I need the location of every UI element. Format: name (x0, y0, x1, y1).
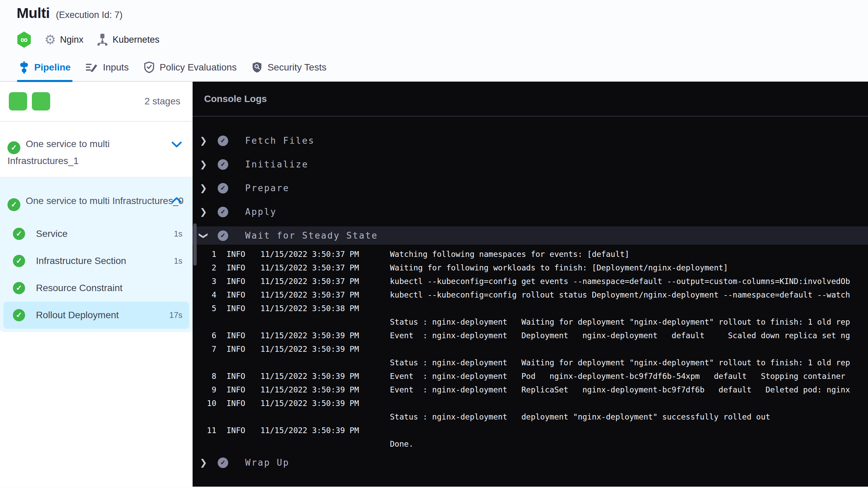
success-check-icon: ✓ (218, 458, 228, 468)
success-check-icon: ✓ (218, 207, 228, 217)
console-step-name: Apply (245, 207, 277, 217)
log-line: Done. (193, 437, 868, 451)
log-message: kubectl --kubeconfig=config get events -… (390, 274, 868, 288)
console-step[interactable]: ❯ ✓ Wrap Up (193, 451, 868, 474)
chevron-down-icon[interactable]: ❯ (198, 231, 209, 240)
chevron-right-icon[interactable]: ❯ (199, 183, 208, 194)
log-level: INFO (216, 288, 260, 302)
success-check-icon: ✓ (218, 159, 228, 170)
log-line-number (193, 356, 216, 369)
success-check-icon: ✓ (7, 141, 20, 154)
console-step[interactable]: ❯ ✓ Prepare (193, 176, 868, 200)
services-row: ∞ ⚙ Nginx Kubernetes (17, 31, 868, 48)
console-logs-title: Console Logs (193, 82, 868, 117)
log-timestamp (260, 410, 390, 424)
chevron-up-icon[interactable] (171, 196, 182, 204)
log-line-number: 11 (193, 424, 216, 437)
tab-policy-evaluations[interactable]: Policy Evaluations (144, 54, 237, 81)
shield-search-icon (252, 61, 262, 74)
log-line: 1 INFO 11/15/2022 3:50:37 PM Watching fo… (193, 247, 868, 261)
log-message (390, 302, 868, 315)
log-line-number (193, 410, 216, 424)
stage-status-square[interactable] (32, 92, 50, 110)
chevron-down-icon[interactable] (171, 141, 182, 148)
log-timestamp: 11/15/2022 3:50:39 PM (260, 383, 390, 396)
tab-inputs[interactable]: Inputs (85, 54, 129, 81)
log-timestamp: 11/15/2022 3:50:37 PM (260, 288, 390, 302)
log-line-number: 4 (193, 288, 216, 302)
console-step[interactable]: ❯ ✓ Initialize (193, 152, 868, 176)
service-chip-nginx[interactable]: ⚙ Nginx (44, 33, 83, 46)
log-message: Done. (390, 437, 868, 451)
log-message: kubectl --kubeconfig=config rollout stat… (390, 288, 868, 302)
log-message (390, 342, 868, 356)
log-message (390, 424, 868, 437)
console-step-name: Initialize (245, 159, 309, 169)
log-line-number: 10 (193, 396, 216, 410)
log-level: INFO (216, 396, 260, 410)
log-level: INFO (216, 383, 260, 396)
step-duration: 17s (169, 310, 182, 320)
log-timestamp (260, 437, 390, 451)
sidebar-step[interactable]: ✓ Rollout Deployment 17s (3, 302, 189, 329)
success-check-icon: ✓ (13, 282, 25, 294)
step-name: Rollout Deployment (36, 310, 119, 321)
shield-check-icon (144, 61, 155, 74)
log-timestamp (260, 315, 390, 329)
log-message: Event : nginx-deployment Pod nginx-deplo… (390, 369, 868, 383)
stage-card-infrastructures-0[interactable]: ✓One service to multi Infrastructures_0 … (0, 177, 193, 332)
console-step[interactable]: ❯ ✓ Fetch Files (193, 129, 868, 152)
chevron-right-icon[interactable]: ❯ (199, 458, 208, 468)
log-timestamp: 11/15/2022 3:50:39 PM (260, 369, 390, 383)
log-level (216, 410, 260, 424)
console-step[interactable]: ❯ ✓ Apply (193, 200, 868, 224)
success-check-icon: ✓ (218, 230, 228, 241)
log-level: INFO (216, 342, 260, 356)
log-line: 9 INFO 11/15/2022 3:50:39 PM Event : ngi… (193, 383, 868, 396)
log-message: Status : nginx-deployment Waiting for de… (390, 356, 868, 369)
environment-chip-kubernetes[interactable]: Kubernetes (96, 33, 159, 46)
log-line: Status : nginx-deployment deployment "ng… (193, 410, 868, 424)
console-logs[interactable]: ❯ ✓ Fetch Files ❯ ✓ Initialize ❯ ✓ Prepa… (193, 117, 868, 474)
console-step-name: Wrap Up (245, 458, 290, 468)
sidebar-step[interactable]: ✓ Resource Constraint (0, 274, 193, 302)
stage-name: One service to multi Infrastructures_0 (26, 196, 183, 206)
console-step[interactable]: ❯ ✓ Wait for Steady State (193, 226, 868, 245)
success-check-icon: ✓ (7, 198, 20, 211)
log-lines: 1 INFO 11/15/2022 3:50:37 PM Watching fo… (193, 247, 868, 451)
step-duration: 1s (174, 256, 182, 266)
success-check-icon: ✓ (218, 136, 228, 146)
log-timestamp: 11/15/2022 3:50:37 PM (260, 247, 390, 261)
stage-card-infrastructures-1[interactable]: ✓One service to multi Infrastructures_1 (0, 122, 193, 177)
log-message (390, 396, 868, 410)
page-title: Multi (17, 5, 50, 21)
log-line: 4 INFO 11/15/2022 3:50:37 PM kubectl --k… (193, 288, 868, 302)
log-line: 11 INFO 11/15/2022 3:50:39 PM (193, 424, 868, 437)
page-header: Multi (Execution Id: 7) ∞ ⚙ Nginx (0, 0, 868, 48)
gear-icon: ⚙ (44, 33, 56, 46)
log-timestamp (260, 356, 390, 369)
log-line-number: 3 (193, 274, 216, 288)
sidebar-step[interactable]: ✓ Infrastructure Section 1s (0, 247, 193, 274)
harness-cd-icon: ∞ (17, 32, 32, 48)
chevron-right-icon[interactable]: ❯ (199, 207, 208, 217)
chevron-right-icon[interactable]: ❯ (199, 136, 208, 146)
scrollbar-thumb[interactable] (193, 223, 197, 266)
console-step-name: Fetch Files (245, 136, 315, 146)
tab-security-tests[interactable]: Security Tests (252, 54, 327, 81)
log-level: INFO (216, 424, 260, 437)
success-check-icon: ✓ (13, 309, 25, 321)
step-duration: 1s (174, 229, 182, 239)
log-level: INFO (216, 261, 260, 274)
success-check-icon: ✓ (13, 228, 25, 240)
stage-status-squares[interactable] (9, 92, 50, 110)
log-message: Event : nginx-deployment ReplicaSet ngin… (390, 383, 868, 396)
stage-status-square[interactable] (9, 92, 27, 110)
log-line-number: 6 (193, 329, 216, 342)
chevron-right-icon[interactable]: ❯ (199, 159, 208, 170)
tab-bar: Pipeline Inputs Policy Evaluations (0, 54, 868, 82)
sidebar-step[interactable]: ✓ Service 1s (0, 220, 193, 247)
log-message: Event : nginx-deployment Deployment ngin… (390, 329, 868, 342)
tab-pipeline[interactable]: Pipeline (19, 54, 71, 81)
log-level: INFO (216, 302, 260, 315)
